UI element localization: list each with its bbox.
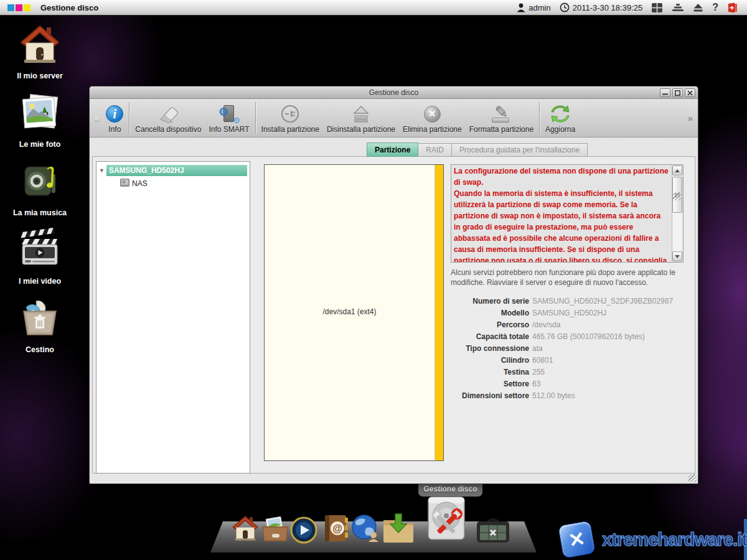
desktop-icon-label: La mia musica [9,208,71,217]
eject-partition-icon [350,103,372,125]
desktop-icon-trash[interactable]: Cestino [9,296,71,354]
video-icon [17,263,62,273]
dock-photos-icon[interactable] [260,516,291,545]
toolbar-separator [255,102,256,134]
delete-partition-button[interactable]: ✕ Elimina partizione [399,99,466,137]
info-button[interactable]: i Info [102,99,127,137]
desktop-icon-photos[interactable]: Le mie foto [9,91,71,149]
plug-icon [280,103,300,125]
desktop-icon-music[interactable]: La mia musica [9,159,71,217]
site-watermark: ✕ xtremehardware.it [560,520,747,559]
detail-row-cylinder: Cilindro60801 [451,354,684,366]
dock-home-icon[interactable] [230,514,260,545]
photos-icon [17,126,62,136]
warning-paragraph-1: La configurazione del sistema non dispon… [454,166,669,188]
tree-node-nas[interactable]: NAS [120,179,250,189]
dock-web-icon[interactable] [350,514,380,545]
dock-disk-management-icon[interactable] [421,495,472,546]
tab-raid[interactable]: RAID [418,143,452,157]
dock-download-icon[interactable] [382,511,415,545]
erase-device-button[interactable]: Cancella dispositivo [131,99,205,137]
window-content: ▼ SAMSUNG_HD502HJ NAS /dev/sda1 (ext4) L… [92,156,695,474]
logout-icon[interactable] [727,2,738,13]
toolbar-scroll-left[interactable]: « [92,113,102,123]
eject-icon[interactable] [693,3,703,12]
partition-label: /dev/sda1 (ext4) [265,307,435,316]
tab-bar: Partizione RAID Procedura guidata per l'… [367,142,588,157]
home-icon [17,57,62,68]
minimize-button[interactable] [660,88,670,97]
pencil-icon: ✎ [491,103,512,125]
logo-square-blue [7,4,14,11]
partition-free-strip [435,165,443,460]
detail-row-model: ModelloSAMSUNG_HD502HJ [451,307,684,319]
hdd-icon [120,179,129,189]
service-notice: Alcuni servizi potrebbero non funzionare… [451,268,682,287]
scrollbar-thumb[interactable] [672,177,682,213]
partition-map[interactable]: /dev/sda1 (ext4) [264,164,444,461]
top-menubar: Gestione disco admin 2011-3-30 18:39:25 … [0,0,747,16]
desktop-icon-label: Il mio server [9,72,71,80]
uninstall-partition-button[interactable]: Disinstalla partizione [323,99,399,137]
tree-disk-label[interactable]: SAMSUNG_HD502HJ [106,165,247,176]
tree-expand-caret[interactable]: ▼ [99,167,105,174]
tree-nas-label: NAS [132,179,148,188]
watermark-text: xtremehardware.it [602,530,747,550]
install-partition-button[interactable]: Installa partizione [258,99,323,137]
desktop-icon-server[interactable]: Il mio server [9,22,71,80]
svg-text:@: @ [332,523,342,534]
detail-row-sector: Settore63 [451,378,684,390]
eraser-icon [157,103,179,125]
desktop-icon-label: Cestino [9,345,71,354]
warning-scrollbar[interactable] [672,166,682,261]
system-logo[interactable] [7,4,31,11]
resize-grip[interactable] [688,474,697,482]
detail-row-connection: Tipo connessioneata [451,342,684,354]
devices-icon[interactable] [672,3,684,12]
logo-square-pink [16,4,22,11]
disk-management-window: Gestione disco « i Info [89,86,698,484]
desktop-icon-label: I miei video [9,277,71,286]
swap-warning-box: La configurazione del sistema non dispon… [451,164,684,263]
format-partition-button[interactable]: ✎ Formatta partizione [466,99,537,137]
smart-icon: ⚙⚙ [220,103,238,125]
refresh-button[interactable]: Aggiorna [542,99,579,137]
info-icon: i [106,103,123,125]
logo-square-yellow [24,4,31,11]
maximize-button[interactable] [672,88,683,97]
detail-row-sector-size: Dimensioni settore512.00 bytes [451,390,684,401]
dock-contacts-icon[interactable]: @ [322,514,350,545]
dock-media-player-icon[interactable] [290,516,317,546]
detail-row-path: Percorso/dev/sda [451,319,684,330]
toolbar-separator [129,102,129,134]
help-icon[interactable]: ? [712,2,718,13]
refresh-icon [550,103,570,125]
scroll-down-icon[interactable] [672,251,682,261]
clock-icon [560,2,570,12]
device-tree: ▼ SAMSUNG_HD502HJ NAS [96,161,250,474]
smart-info-button[interactable]: ⚙⚙ Info SMART [205,99,253,137]
close-button[interactable] [685,88,695,97]
app-grid-icon[interactable] [651,2,663,13]
detail-row-head: Testina255 [451,366,684,378]
disk-details: Numero di serieSAMSUNG_HD502HJ_S2DFJ9BZB… [451,295,684,401]
username: admin [529,3,550,12]
window-toolbar: « i Info Cancella dispositivo ⚙⚙ Info SM… [90,99,698,138]
detail-row-capacity: Capacità totale465.76 GB (500107862016 b… [451,330,684,342]
clock-display: 2011-3-30 18:39:25 [560,2,643,12]
delete-icon: ✕ [424,103,441,125]
detail-row-serial: Numero di serieSAMSUNG_HD502HJ_S2DFJ9BZB… [451,295,684,307]
window-title: Gestione disco [369,88,418,97]
user-menu[interactable]: admin [517,3,550,12]
tab-partizione[interactable]: Partizione [367,142,418,157]
user-icon [517,3,525,12]
scroll-up-icon[interactable] [672,166,682,175]
watermark-x-logo: ✕ [558,520,596,559]
toolbar-scroll-right[interactable]: » [685,113,695,123]
tab-installation-wizard[interactable]: Procedura guidata per l'installazione [452,143,588,157]
dock-toolbox-icon[interactable] [476,518,510,546]
desktop-icon-video[interactable]: I miei video [9,228,71,286]
datetime: 2011-3-30 18:39:25 [573,3,643,12]
tree-node-disk[interactable]: ▼ SAMSUNG_HD502HJ [99,165,247,176]
window-titlebar[interactable]: Gestione disco [90,86,698,99]
